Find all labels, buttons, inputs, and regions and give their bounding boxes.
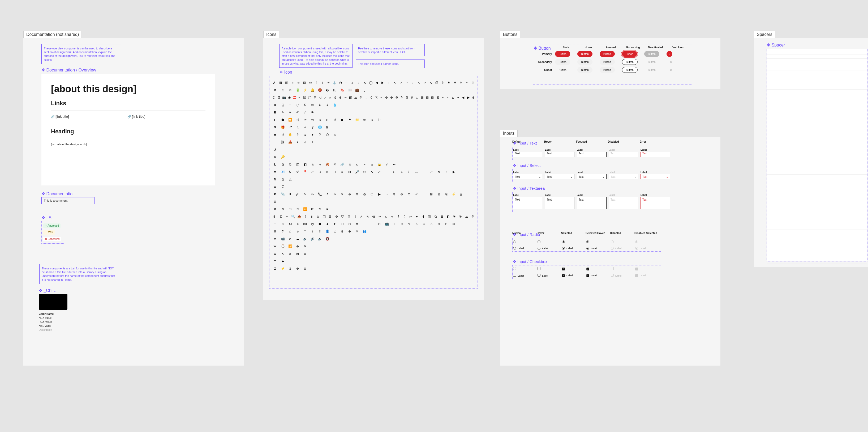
feather-icon[interactable]: 📎 [279, 192, 286, 196]
feather-icon[interactable]: ≋ [316, 163, 323, 166]
feather-icon[interactable]: ▶ [450, 170, 457, 174]
radio-selected[interactable] [562, 240, 565, 243]
feather-icon[interactable]: ✓ [297, 96, 302, 99]
feather-icon[interactable]: ◔ [338, 81, 344, 85]
feather-icon[interactable]: ⊖ [442, 222, 450, 226]
feather-icon[interactable]: ✕ [279, 252, 286, 256]
feather-icon[interactable]: ⊙ [333, 96, 338, 99]
feather-icon[interactable]: ☉ [457, 215, 463, 219]
feather-icon[interactable]: ⟲ [331, 163, 338, 166]
feather-icon[interactable]: ↑ [386, 81, 392, 85]
feather-icon[interactable]: ⚙ [346, 215, 352, 219]
text-input-default[interactable]: Text [513, 152, 543, 157]
feather-icon[interactable]: ▭ [308, 81, 314, 85]
feather-icon[interactable]: 🛍 [371, 215, 377, 219]
doc-link-1[interactable]: [link title] [51, 115, 69, 118]
button-secondary-focus[interactable]: Button [622, 59, 638, 65]
feather-icon[interactable]: » [440, 96, 445, 99]
feather-icon[interactable]: ▶ [380, 81, 386, 85]
feather-icon[interactable]: ⚑ [346, 118, 353, 122]
feather-icon[interactable]: ⊡ [430, 96, 435, 99]
feather-icon[interactable]: ◫ [294, 163, 301, 166]
button-primary-hover[interactable]: Button [577, 51, 592, 57]
feather-icon[interactable]: ⎋ [353, 163, 361, 166]
feather-icon[interactable]: ⊞ [428, 192, 435, 196]
feather-icon[interactable]: ⤢ [309, 170, 316, 174]
feather-icon[interactable]: ⬡ [323, 133, 331, 137]
feather-icon[interactable]: 📥 [286, 140, 294, 144]
button-ghost-pressed[interactable]: Button [600, 67, 615, 73]
feather-icon[interactable]: ⊟ [286, 103, 294, 107]
feather-icon[interactable]: △ [328, 96, 333, 99]
feather-icon[interactable]: ⎚ [315, 215, 321, 219]
feather-icon[interactable]: T [391, 222, 398, 226]
check-hover-labeled[interactable] [537, 273, 540, 277]
feather-icon[interactable]: ⎙ [331, 118, 338, 122]
feather-icon[interactable]: ⚡ [450, 192, 457, 196]
button-ghost-icon[interactable]: ✕ [666, 67, 676, 73]
feather-icon[interactable]: ⎙ [279, 133, 286, 137]
feather-icon[interactable]: ⊠ [278, 215, 284, 219]
feather-icon[interactable]: 🔊 [309, 237, 316, 241]
feather-icon[interactable]: ⌚ [279, 244, 286, 248]
feather-icon[interactable]: ⤴ [396, 215, 402, 219]
feather-icon[interactable]: ◧ [445, 215, 451, 219]
feather-icon[interactable]: ⚓ [332, 81, 338, 85]
component-label-select[interactable]: Input / Select [513, 163, 541, 168]
feather-icon[interactable]: ⇢ [442, 170, 450, 174]
check-normal[interactable] [513, 267, 516, 270]
feather-icon[interactable]: ⛔ [292, 96, 297, 99]
feather-icon[interactable]: ⏩ [286, 118, 294, 122]
component-label-comment[interactable]: Documentatio… [41, 191, 77, 196]
feather-icon[interactable]: ⊖ [338, 230, 346, 233]
feather-icon[interactable]: ⎋ [383, 215, 389, 219]
feather-icon[interactable]: ← [344, 81, 350, 85]
feather-icon[interactable]: ▶ [466, 96, 471, 99]
feather-icon[interactable]: 📷 [282, 96, 287, 99]
feather-icon[interactable]: ⎘ [309, 163, 316, 166]
feather-icon[interactable]: ♫ [301, 133, 309, 137]
feather-icon[interactable]: 📖 [346, 88, 353, 92]
feather-icon[interactable]: ⇪ [309, 230, 316, 233]
feather-icon[interactable]: ⊟ [331, 170, 338, 174]
textarea-input-hover[interactable]: Text [545, 197, 575, 209]
feather-icon[interactable]: ▼ [456, 96, 461, 99]
feather-icon[interactable]: ⇧ [316, 230, 323, 233]
feather-icon[interactable]: ⊗ [286, 252, 294, 256]
feather-icon[interactable]: ⌧ [301, 222, 309, 226]
feather-icon[interactable]: ? [316, 133, 323, 137]
feather-icon[interactable]: ⊘ [286, 237, 294, 241]
feather-icon[interactable]: ⤡ [368, 170, 376, 174]
feather-icon[interactable]: ✳ [452, 81, 458, 85]
feather-icon[interactable]: ☀ [451, 215, 457, 219]
feather-icon[interactable]: ❧ [323, 207, 331, 211]
feather-icon[interactable]: 🔈 [301, 237, 309, 241]
feather-icon[interactable]: ⧉ [433, 215, 439, 219]
feather-icon[interactable]: ⊗ [450, 222, 457, 226]
feather-icon[interactable]: 📍 [301, 170, 309, 174]
component-label-button[interactable]: Button [533, 46, 551, 51]
feather-icon[interactable]: ⤢ [376, 170, 383, 174]
feather-icon[interactable]: ↓ [356, 81, 362, 85]
component-label-chip[interactable]: _Chi… [39, 288, 57, 293]
feather-icon[interactable]: ☑ [279, 185, 286, 189]
feather-icon[interactable]: ⊕ [435, 222, 442, 226]
feather-icon[interactable]: ⬇ [316, 103, 323, 107]
feather-icon[interactable]: ⎌ [286, 230, 294, 233]
feather-icon[interactable]: ⊙ [346, 222, 353, 226]
feather-icon[interactable]: ☂ [358, 96, 363, 99]
feather-icon[interactable]: 🗀 [309, 118, 316, 122]
feather-icon[interactable]: 🔑 [279, 155, 286, 159]
feather-icon[interactable]: 📶 [286, 244, 294, 248]
feather-icon[interactable]: ◫ [426, 215, 432, 219]
feather-icon[interactable]: ⎙ [398, 222, 405, 226]
feather-icon[interactable]: ⊙ [333, 215, 340, 219]
textarea-input-focused[interactable]: Text [577, 197, 607, 209]
feather-icon[interactable]: # [294, 133, 301, 137]
feather-icon[interactable]: % [309, 192, 316, 196]
feather-icon[interactable]: ⤢ [301, 111, 309, 114]
feather-icon[interactable]: ⊞ [323, 125, 331, 129]
feather-icon[interactable]: ☂ [279, 230, 286, 233]
feather-icon[interactable]: ⇣ [363, 96, 368, 99]
feather-icon[interactable]: ⬢ [316, 222, 323, 226]
